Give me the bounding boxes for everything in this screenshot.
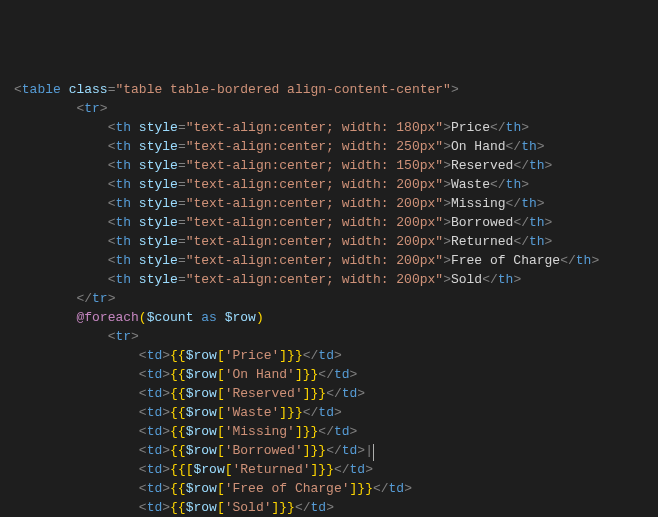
code-line[interactable]: <th style="text-align:center; width: 200… bbox=[0, 270, 658, 289]
code-line[interactable]: <td>{{$row['Price']}}</td> bbox=[0, 346, 658, 365]
code-line[interactable]: <td>{{$row['On Hand']}}</td> bbox=[0, 365, 658, 384]
code-line[interactable]: <td>{{$row['Waste']}}</td> bbox=[0, 403, 658, 422]
code-line[interactable]: <th style="text-align:center; width: 200… bbox=[0, 232, 658, 251]
code-line[interactable]: <th style="text-align:center; width: 200… bbox=[0, 194, 658, 213]
code-line[interactable]: <td>{{$row['Sold']}}</td> bbox=[0, 498, 658, 517]
code-line[interactable]: <td>{{[$row['Returned']}}</td> bbox=[0, 460, 658, 479]
code-line[interactable]: <th style="text-align:center; width: 180… bbox=[0, 118, 658, 137]
code-line[interactable]: <td>{{$row['Free of Charge']}}</td> bbox=[0, 479, 658, 498]
code-line[interactable]: </tr> bbox=[0, 289, 658, 308]
code-line[interactable]: <tr> bbox=[0, 99, 658, 118]
code-line[interactable]: <td>{{$row['Missing']}}</td> bbox=[0, 422, 658, 441]
code-line[interactable]: @foreach($count as $row) bbox=[0, 308, 658, 327]
code-line[interactable]: <th style="text-align:center; width: 250… bbox=[0, 137, 658, 156]
code-line[interactable]: <tr> bbox=[0, 327, 658, 346]
code-line[interactable]: <table class="table table-bordered align… bbox=[0, 80, 658, 99]
code-line[interactable]: <td>{{$row['Reserved']}}</td> bbox=[0, 384, 658, 403]
code-line[interactable]: <th style="text-align:center; width: 200… bbox=[0, 251, 658, 270]
code-line[interactable]: <th style="text-align:center; width: 200… bbox=[0, 213, 658, 232]
code-line[interactable]: <th style="text-align:center; width: 150… bbox=[0, 156, 658, 175]
code-editor[interactable]: <table class="table table-bordered align… bbox=[0, 80, 658, 517]
code-line[interactable]: <th style="text-align:center; width: 200… bbox=[0, 175, 658, 194]
code-line[interactable]: <td>{{$row['Borrowed']}}</td>| bbox=[0, 441, 658, 460]
